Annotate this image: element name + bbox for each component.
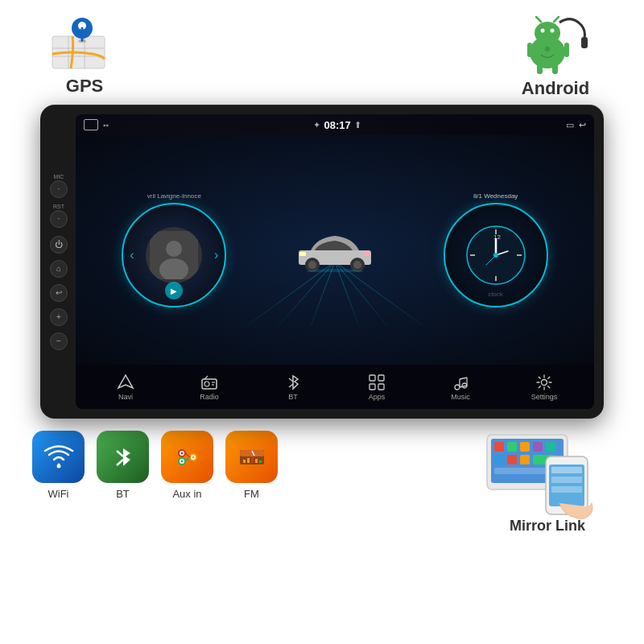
svg-rect-98 bbox=[494, 455, 504, 464]
next-button[interactable]: › bbox=[214, 248, 218, 262]
android-label: Android bbox=[522, 78, 589, 99]
svg-rect-97 bbox=[546, 442, 555, 452]
navi-icon bbox=[117, 374, 134, 391]
wifi-status-icon: ▭ bbox=[566, 120, 574, 130]
signal-icon: ⬆ bbox=[354, 120, 361, 130]
vol-up-button[interactable]: + bbox=[50, 308, 68, 326]
wifi-badge-label: WiFi bbox=[48, 488, 69, 500]
svg-point-65 bbox=[455, 385, 460, 390]
svg-point-38 bbox=[308, 261, 316, 269]
track-name: vril Lavigne-Innoce bbox=[147, 192, 201, 200]
rst-button[interactable]: · bbox=[50, 210, 68, 228]
phones-visual bbox=[483, 431, 612, 511]
svg-point-72 bbox=[56, 464, 60, 468]
fm-badge-item: FM bbox=[225, 431, 278, 500]
prev-button[interactable]: ‹ bbox=[130, 248, 134, 262]
nav-bar: Navi Radio bbox=[76, 365, 594, 409]
settings-label: Settings bbox=[531, 393, 558, 401]
vol-down-button[interactable]: − bbox=[50, 332, 68, 350]
android-feature: Android bbox=[515, 10, 596, 99]
wifi-icon bbox=[43, 442, 74, 473]
side-buttons: MIC · RST · ⏻ ⌂ ↩ + − bbox=[47, 167, 71, 357]
top-features-bar: GPS Android bbox=[0, 0, 644, 105]
gps-feature: GPS bbox=[48, 12, 121, 97]
svg-rect-42 bbox=[364, 252, 370, 256]
back-button[interactable]: ↩ bbox=[50, 284, 68, 302]
home-button[interactable]: ⌂ bbox=[50, 260, 68, 278]
svg-point-11 bbox=[541, 28, 545, 32]
svg-line-81 bbox=[185, 453, 190, 457]
svg-point-80 bbox=[192, 456, 194, 458]
nav-item-radio[interactable]: Radio bbox=[185, 374, 233, 401]
svg-rect-61 bbox=[369, 375, 375, 381]
play-button[interactable]: ▶ bbox=[165, 282, 183, 299]
nav-item-apps[interactable]: Apps bbox=[353, 374, 401, 401]
clock-display: 8/1 Wednesday 12 bbox=[444, 192, 548, 308]
svg-point-19 bbox=[545, 47, 550, 52]
svg-rect-89 bbox=[259, 460, 262, 463]
gps-label: GPS bbox=[66, 76, 103, 97]
power-button[interactable]: ⏻ bbox=[50, 236, 68, 254]
nav-item-bt[interactable]: BT bbox=[269, 374, 317, 401]
svg-rect-106 bbox=[551, 477, 582, 483]
bt-badge-icon bbox=[97, 431, 149, 483]
svg-rect-8 bbox=[581, 37, 588, 48]
svg-rect-88 bbox=[255, 459, 258, 463]
status-left: ▪▪ bbox=[84, 119, 109, 130]
navi-label: Navi bbox=[118, 393, 133, 401]
svg-rect-15 bbox=[527, 43, 532, 57]
svg-point-76 bbox=[180, 452, 183, 454]
svg-rect-86 bbox=[247, 458, 250, 463]
nav-item-music[interactable]: Music bbox=[436, 374, 485, 401]
svg-point-7 bbox=[78, 39, 86, 43]
mirror-link-section: Mirror Link bbox=[483, 431, 612, 535]
svg-marker-54 bbox=[118, 375, 133, 388]
bt-badge-svg bbox=[108, 442, 138, 473]
svg-line-13 bbox=[536, 17, 541, 22]
fm-badge-label: FM bbox=[244, 488, 259, 500]
rst-label: RST bbox=[53, 204, 64, 209]
bottom-features: WiFi BT bbox=[0, 419, 644, 547]
svg-rect-64 bbox=[378, 384, 384, 390]
svg-rect-107 bbox=[551, 486, 582, 493]
apps-label: Apps bbox=[369, 393, 386, 401]
svg-rect-87 bbox=[251, 456, 254, 463]
svg-line-82 bbox=[185, 457, 190, 461]
grid-floor bbox=[246, 262, 423, 342]
svg-point-34 bbox=[166, 241, 182, 257]
music-circle: ‹ › ▶ bbox=[122, 203, 226, 308]
bt-badge-label: BT bbox=[116, 488, 130, 500]
svg-point-40 bbox=[353, 261, 361, 269]
svg-rect-41 bbox=[299, 252, 306, 256]
music-icon bbox=[452, 374, 469, 391]
svg-rect-95 bbox=[520, 442, 530, 452]
nav-item-navi[interactable]: Navi bbox=[101, 374, 150, 401]
svg-point-56 bbox=[204, 382, 209, 386]
svg-rect-94 bbox=[507, 442, 517, 452]
head-unit-wrapper: MIC · RST · ⏻ ⌂ ↩ + − ▪▪ ✦ bbox=[0, 105, 644, 419]
battery-icon: ▪▪ bbox=[103, 121, 109, 130]
aux-badge-label: Aux in bbox=[172, 488, 201, 500]
svg-point-53 bbox=[493, 253, 498, 258]
svg-line-74 bbox=[117, 460, 123, 465]
time-display: 08:17 bbox=[324, 119, 350, 131]
car-svg bbox=[295, 228, 375, 272]
android-icon bbox=[515, 10, 596, 75]
clock-circle: 12 clock bbox=[444, 203, 548, 308]
status-right: ▭ ↩ bbox=[566, 120, 586, 130]
wifi-badge-icon bbox=[32, 431, 85, 483]
nav-item-settings[interactable]: Settings bbox=[520, 374, 568, 401]
album-art bbox=[146, 227, 202, 283]
svg-line-73 bbox=[117, 451, 123, 456]
head-unit: MIC · RST · ⏻ ⌂ ↩ + − ▪▪ ✦ bbox=[40, 105, 604, 419]
music-label: Music bbox=[451, 393, 470, 401]
svg-rect-100 bbox=[520, 455, 530, 464]
clock-label: clock bbox=[489, 291, 503, 298]
mic-button[interactable]: · bbox=[50, 180, 68, 198]
status-center: ✦ 08:17 ⬆ bbox=[313, 119, 361, 131]
svg-line-69 bbox=[460, 378, 467, 379]
svg-rect-16 bbox=[564, 43, 569, 57]
music-player: vril Lavigne-Innoce ‹ › bbox=[122, 192, 226, 308]
svg-point-71 bbox=[542, 379, 547, 385]
fm-icon bbox=[237, 442, 267, 473]
